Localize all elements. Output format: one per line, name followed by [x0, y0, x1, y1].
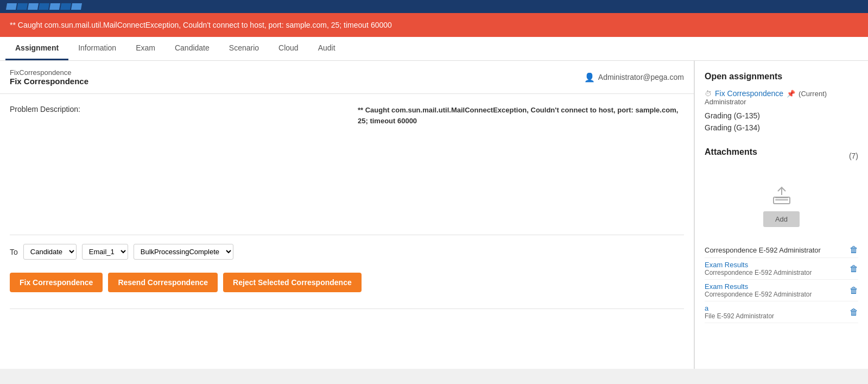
attachments-section: Attachments (7) Add Correspondence E-592… — [705, 147, 858, 323]
assignment-header-right: 👤 Administrator@pega.com — [584, 72, 684, 83]
action-buttons: Fix Correspondence Resend Correspondence… — [10, 268, 684, 303]
tab-exam[interactable]: Exam — [126, 37, 165, 60]
attachment-4-sub: File E-592 Administrator — [705, 312, 774, 320]
delete-attachment-3-icon[interactable]: 🗑 — [850, 286, 858, 295]
bottom-divider — [10, 309, 684, 309]
content-spacer — [10, 126, 684, 235]
to-label: To — [10, 248, 18, 256]
tab-cloud[interactable]: Cloud — [269, 37, 308, 60]
two-col-layout: Problem Description: ** Caught com.sun.m… — [10, 105, 684, 126]
error-banner-text: ** Caught com.sun.mail.util.MailConnectE… — [10, 21, 392, 29]
svg-rect-1 — [775, 199, 788, 200]
current-assignment-sub: Administrator — [705, 98, 858, 106]
attachment-4-content: a File E-592 Administrator — [705, 304, 774, 320]
fix-correspondence-button[interactable]: Fix Correspondence — [10, 273, 103, 292]
delete-attachment-4-icon[interactable]: 🗑 — [850, 307, 858, 317]
to-row: To Candidate Admin Examiner Email_1 Emai… — [10, 235, 684, 268]
fix-correspondence-link[interactable]: ⏱ Fix Correspondence 📌 (Current) — [705, 89, 858, 98]
attachment-3-content: Exam Results Correspondence E-592 Admini… — [705, 282, 812, 298]
sidebar: Open assignments ⏱ Fix Correspondence 📌 … — [694, 61, 868, 369]
current-badge: (Current) — [799, 90, 827, 98]
upload-icon — [770, 182, 794, 206]
attachments-header: Attachments (7) — [705, 147, 858, 165]
content-body: Problem Description: ** Caught com.sun.m… — [0, 94, 694, 320]
current-assignment-item: ⏱ Fix Correspondence 📌 (Current) Adminis… — [705, 89, 858, 106]
tab-audit[interactable]: Audit — [308, 37, 345, 60]
content-panel: FixCorrespondence Fix Correspondence 👤 A… — [0, 61, 694, 369]
tab-candidate[interactable]: Candidate — [165, 37, 219, 60]
attachment-row-4: a File E-592 Administrator 🗑 — [705, 301, 858, 323]
attachment-4-link[interactable]: a — [705, 304, 708, 312]
logo — [7, 3, 81, 10]
template-select[interactable]: BulkProcessingComplete ExamResults Notif… — [134, 244, 233, 260]
attachment-2-content: Exam Results Correspondence E-592 Admini… — [705, 261, 812, 276]
open-assignments-section: Open assignments ⏱ Fix Correspondence 📌 … — [705, 72, 858, 132]
upload-area[interactable]: Add — [705, 173, 858, 236]
attachment-row-2: Exam Results Correspondence E-592 Admini… — [705, 258, 858, 280]
grading-item-135: Grading (G-135) — [705, 111, 858, 120]
attachment-row-1: Correspondence E-592 Administrator 🗑 — [705, 242, 858, 258]
tab-scenario[interactable]: Scenario — [219, 37, 269, 60]
tab-information[interactable]: Information — [68, 37, 126, 60]
attachments-count: (7) — [849, 152, 858, 160]
delete-attachment-2-icon[interactable]: 🗑 — [850, 264, 858, 274]
main-layout: FixCorrespondence Fix Correspondence 👤 A… — [0, 61, 868, 369]
delete-attachment-1-icon[interactable]: 🗑 — [850, 245, 858, 255]
reject-selected-correspondence-button[interactable]: Reject Selected Correspondence — [223, 273, 362, 292]
attachment-2-sub: Correspondence E-592 Administrator — [705, 269, 812, 276]
assignment-header: FixCorrespondence Fix Correspondence 👤 A… — [0, 61, 694, 94]
clock-icon: ⏱ — [705, 90, 712, 98]
problem-desc-label: Problem Description: — [10, 105, 80, 114]
tabs-bar: Assignment Information Exam Candidate Sc… — [0, 37, 868, 61]
top-bar — [0, 0, 868, 13]
error-detail-text: ** Caught com.sun.mail.util.MailConnectE… — [358, 105, 684, 126]
assignment-type: FixCorrespondence — [10, 68, 88, 77]
email-type-select[interactable]: Email_1 Email_2 Email_3 — [82, 244, 128, 260]
assignment-title: Fix Correspondence — [10, 77, 88, 86]
resend-correspondence-button[interactable]: Resend Correspondence — [108, 273, 218, 292]
location-icon: 📌 — [787, 90, 795, 98]
assignment-header-left: FixCorrespondence Fix Correspondence — [10, 68, 88, 86]
error-banner: ** Caught com.sun.mail.util.MailConnectE… — [0, 13, 868, 37]
attachment-3-sub: Correspondence E-592 Administrator — [705, 291, 812, 298]
add-attachment-button[interactable]: Add — [763, 211, 800, 227]
user-email: Administrator@pega.com — [598, 73, 684, 81]
attachment-row-3: Exam Results Correspondence E-592 Admini… — [705, 280, 858, 301]
recipient-select[interactable]: Candidate Admin Examiner — [23, 244, 77, 260]
grading-item-134: Grading (G-134) — [705, 123, 858, 132]
open-assignments-title: Open assignments — [705, 72, 858, 81]
current-assignment-label: Fix Correspondence — [715, 89, 783, 98]
person-icon: 👤 — [584, 72, 595, 83]
problem-desc-section: Problem Description: — [10, 105, 336, 126]
attachment-1-main: Correspondence E-592 Administrator — [705, 246, 821, 254]
attachment-2-link[interactable]: Exam Results — [705, 261, 748, 269]
attachment-3-link[interactable]: Exam Results — [705, 282, 748, 291]
attachments-title: Attachments — [705, 147, 757, 157]
tab-assignment[interactable]: Assignment — [5, 37, 68, 60]
